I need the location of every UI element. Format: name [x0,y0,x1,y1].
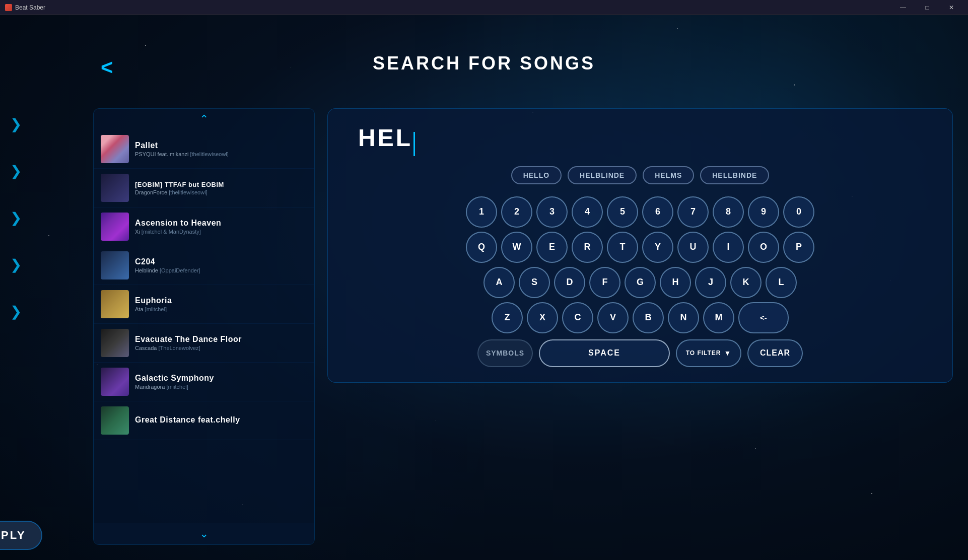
maximize-button[interactable]: □ [916,0,939,15]
key-z[interactable]: Z [492,302,523,333]
key-9[interactable]: 9 [748,196,779,228]
symbols-button[interactable]: SYMBOLS [477,339,533,367]
key-f[interactable]: F [589,267,620,298]
song-artist: PSYQUI feat. mikanzi [thelitlewiseowl] [135,151,307,157]
song-cover [101,368,129,396]
song-title: C204 [135,257,307,266]
suggestion-helms[interactable]: HELMS [643,166,694,184]
filter-label: TO FILTER [686,349,721,357]
key-y[interactable]: Y [642,232,673,263]
sidebar-arrow-3[interactable]: ❯ [10,209,22,226]
key-s[interactable]: S [519,267,550,298]
key-t[interactable]: T [607,232,638,263]
song-title: Great Distance feat.chelly [135,415,307,425]
titlebar-app-info: Beat Saber [5,4,45,11]
scroll-down-button[interactable]: ⌄ [94,523,314,544]
key-x[interactable]: X [527,302,558,333]
sidebar-arrow-5[interactable]: ❯ [10,303,22,320]
key-u[interactable]: U [677,232,709,263]
song-title: Pallet [135,141,307,150]
chevron-up-icon: ⌃ [199,113,209,126]
key-b[interactable]: B [633,302,664,333]
song-item[interactable]: Galactic Symphony Mandragora [miitchel] [94,363,314,401]
key-g[interactable]: G [625,267,656,298]
suggestions-row: HELLO HELBLINDE HELMS HELLBINDE [348,166,932,184]
key-5[interactable]: 5 [607,196,638,228]
space-label: SPACE [588,348,620,358]
backspace-button[interactable]: <- [738,302,789,333]
sidebar-arrow-2[interactable]: ❯ [10,163,22,179]
song-list-panel: ⌃ Pallet PSYQUI feat. mikanzi [thelitlew… [93,108,315,545]
song-list: Pallet PSYQUI feat. mikanzi [thelitlewis… [94,130,314,440]
suggestion-hello[interactable]: HELLO [511,166,562,184]
app-title: Beat Saber [15,4,45,11]
song-item[interactable]: C204 Helblinde [OppaiDefender] [94,246,314,285]
filter-button[interactable]: TO FILTER ▼ [676,339,741,367]
back-button[interactable]: < [101,55,113,80]
key-2[interactable]: 2 [501,196,532,228]
key-c[interactable]: C [562,302,593,333]
clear-button[interactable]: CLEAR [747,339,803,367]
titlebar: Beat Saber — □ ✕ [0,0,968,15]
song-info: Euphoria Ata [miitchel] [135,296,307,312]
scroll-up-button[interactable]: ⌃ [94,109,314,130]
key-3[interactable]: 3 [536,196,568,228]
keyboard-rows: 1 2 3 4 5 6 7 8 9 0 Q W E R T Y U I [348,196,932,367]
key-e[interactable]: E [536,232,568,263]
key-8[interactable]: 8 [713,196,744,228]
zxcv-row: Z X C V B N M <- [492,302,789,333]
key-i[interactable]: I [713,232,744,263]
song-artist: DragonForce [thelitlewiseowl] [135,189,307,195]
song-item[interactable]: Pallet PSYQUI feat. mikanzi [thelitlewis… [94,130,314,169]
bottom-row: SYMBOLS SPACE TO FILTER ▼ CLEAR [477,339,803,367]
close-button[interactable]: ✕ [940,0,963,15]
key-d[interactable]: D [554,267,585,298]
key-v[interactable]: V [597,302,629,333]
key-r[interactable]: R [572,232,603,263]
main-content: < SEARCH FOR SONGS ❯ ❯ ❯ ❯ ❯ ⌃ Pallet PS… [0,15,968,560]
search-display: HEL [348,124,932,156]
number-row: 1 2 3 4 5 6 7 8 9 0 [466,196,814,228]
key-p[interactable]: P [783,232,814,263]
key-k[interactable]: K [730,267,762,298]
apply-button[interactable]: PLY [0,521,42,550]
sidebar-arrow-4[interactable]: ❯ [10,256,22,273]
key-w[interactable]: W [501,232,532,263]
song-item[interactable]: Evacuate The Dance Floor Cascada [TheLon… [94,324,314,363]
key-j[interactable]: J [695,267,726,298]
song-item[interactable]: Great Distance feat.chelly [94,401,314,440]
song-item[interactable]: Euphoria Ata [miitchel] [94,285,314,324]
key-h[interactable]: H [660,267,691,298]
song-artist: Cascada [TheLonewolvez] [135,345,307,351]
song-info: [EOBIM] TTFAF but EOBIM DragonForce [the… [135,181,307,195]
song-info: Pallet PSYQUI feat. mikanzi [thelitlewis… [135,141,307,157]
song-artist: Mandragora [miitchel] [135,384,307,390]
key-1[interactable]: 1 [466,196,497,228]
key-o[interactable]: O [748,232,779,263]
song-info: Evacuate The Dance Floor Cascada [TheLon… [135,335,307,351]
suggestion-helblinde[interactable]: HELBLINDE [568,166,637,184]
song-cover [101,406,129,435]
song-title: Ascension to Heaven [135,219,307,228]
song-title: Euphoria [135,296,307,305]
song-title: Evacuate The Dance Floor [135,335,307,344]
suggestion-hellbinde[interactable]: HELLBINDE [700,166,769,184]
song-cover [101,135,129,163]
clear-label: CLEAR [760,348,790,358]
key-q[interactable]: Q [466,232,497,263]
key-a[interactable]: A [483,267,515,298]
sidebar-arrow-1[interactable]: ❯ [10,116,22,132]
song-cover [101,290,129,318]
key-4[interactable]: 4 [572,196,603,228]
key-l[interactable]: L [766,267,797,298]
minimize-button[interactable]: — [891,0,915,15]
filter-icon: ▼ [724,349,732,357]
song-item[interactable]: [EOBIM] TTFAF but EOBIM DragonForce [the… [94,169,314,207]
key-0[interactable]: 0 [783,196,814,228]
song-item[interactable]: Ascension to Heaven Xi [miitchel & ManDy… [94,207,314,246]
key-n[interactable]: N [668,302,699,333]
key-7[interactable]: 7 [677,196,709,228]
key-6[interactable]: 6 [642,196,673,228]
key-m[interactable]: M [703,302,734,333]
space-button[interactable]: SPACE [539,339,670,367]
